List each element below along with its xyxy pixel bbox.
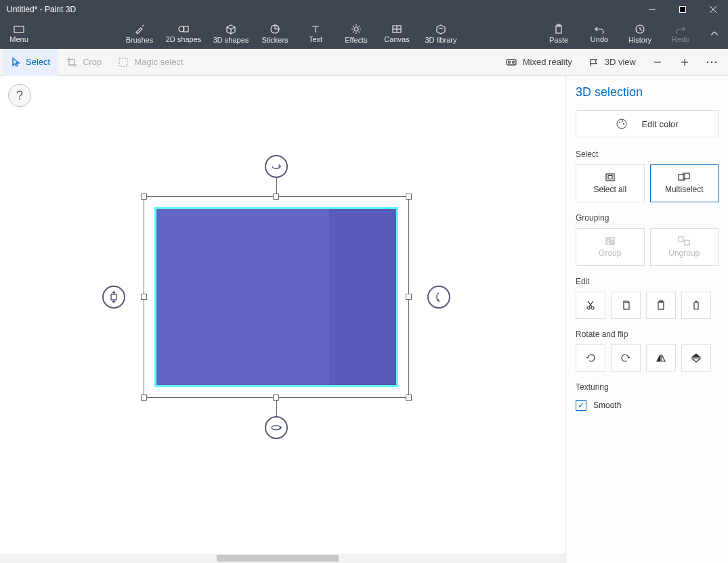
ribbon-label: Text <box>309 35 322 43</box>
main-area: ? 3D <box>0 76 728 563</box>
resize-handle-bl[interactable] <box>141 395 147 401</box>
ribbon-label: Redo <box>672 35 689 43</box>
select-all-button[interactable]: Select all <box>576 164 645 202</box>
zoom-in-button[interactable] <box>671 49 698 76</box>
rotate-stem <box>276 177 277 194</box>
multiselect-icon <box>678 173 690 182</box>
section-grouping: Grouping <box>576 213 719 223</box>
ribbon-2d-shapes[interactable]: 2D shapes <box>160 19 207 48</box>
section-rotate-flip: Rotate and flip <box>576 330 719 339</box>
collapse-ribbon-button[interactable] <box>701 19 728 48</box>
ribbon-redo: Redo <box>660 19 701 48</box>
flip-vertical-button[interactable] <box>681 344 711 371</box>
flip-horizontal-button[interactable] <box>646 344 676 371</box>
delete-button[interactable] <box>681 292 711 319</box>
app-root: Untitled* - Paint 3D Menu Brushes 2D sha… <box>0 0 728 563</box>
rotate-right-button[interactable] <box>611 344 641 371</box>
history-icon <box>635 24 645 35</box>
svg-rect-37 <box>610 240 613 243</box>
svg-rect-31 <box>606 174 614 181</box>
maximize-button[interactable] <box>667 0 698 19</box>
titlebar: Untitled* - Paint 3D <box>0 0 728 19</box>
svg-point-17 <box>508 61 510 63</box>
section-select: Select <box>576 150 719 159</box>
ribbon-label: Effects <box>345 36 367 44</box>
cube-icon <box>226 24 236 35</box>
zoom-out-button[interactable] <box>644 49 671 76</box>
ribbon-stickers[interactable]: Stickers <box>255 19 295 48</box>
svg-rect-12 <box>556 26 561 33</box>
mixed-reality-icon <box>505 58 517 67</box>
ribbon-label: 3D shapes <box>213 36 249 44</box>
paste-icon <box>554 24 563 35</box>
ribbon-label: Brushes <box>126 36 153 44</box>
rotate-z-handle[interactable] <box>265 155 288 178</box>
ribbon-brushes[interactable]: Brushes <box>119 19 160 48</box>
multiselect-button[interactable]: Multiselect <box>650 164 719 202</box>
canvas[interactable]: ? <box>0 76 565 563</box>
select-tool[interactable]: Select <box>3 49 58 76</box>
ribbon-label: Stickers <box>261 36 288 44</box>
magic-select-tool[interactable]: Magic select <box>110 49 191 76</box>
selection-box[interactable] <box>144 196 409 398</box>
smooth-checkbox[interactable]: ✓ Smooth <box>576 397 719 413</box>
resize-handle-bm[interactable] <box>273 395 279 401</box>
palette-icon <box>616 118 628 130</box>
close-button[interactable] <box>698 0 728 19</box>
ribbon-history[interactable]: History <box>620 19 660 48</box>
rotate-y-handle[interactable] <box>427 286 450 309</box>
ribbon-effects[interactable]: Effects <box>336 19 377 48</box>
scrollbar-thumb[interactable] <box>217 555 339 562</box>
ribbon-text[interactable]: Text <box>295 19 336 48</box>
flip-h-icon <box>656 353 666 363</box>
horizontal-scrollbar[interactable] <box>0 554 565 563</box>
rotate-left-button[interactable] <box>576 344 605 371</box>
panel-title: 3D selection <box>576 85 719 99</box>
crop-icon <box>66 57 77 68</box>
resize-handle-tl[interactable] <box>141 194 147 200</box>
ribbon: Menu Brushes 2D shapes 3D shapes Sticker… <box>0 19 728 49</box>
select-all-icon <box>605 173 616 182</box>
resize-handle-mr[interactable] <box>406 294 412 300</box>
rotate-right-icon <box>620 353 631 363</box>
minimize-button[interactable] <box>637 0 667 19</box>
svg-rect-15 <box>119 58 127 66</box>
cut-button[interactable] <box>576 292 605 319</box>
ribbon-label: Undo <box>591 35 608 43</box>
svg-rect-26 <box>111 294 116 300</box>
magic-select-icon <box>118 57 129 68</box>
svg-rect-1 <box>679 7 685 13</box>
ungroup-button: Ungroup <box>650 228 719 266</box>
copy-button[interactable] <box>611 292 641 319</box>
ribbon-3d-shapes[interactable]: 3D shapes <box>207 19 255 48</box>
toolbar-label: Mixed reality <box>523 57 572 67</box>
svg-rect-39 <box>685 240 689 245</box>
ribbon-label: History <box>628 36 651 44</box>
resize-handle-ml[interactable] <box>141 294 147 300</box>
selected-3d-object[interactable] <box>156 209 396 385</box>
scissors-icon <box>586 300 595 311</box>
edit-color-button[interactable]: Edit color <box>576 110 719 137</box>
help-button[interactable]: ? <box>8 84 31 107</box>
resize-handle-br[interactable] <box>406 395 412 401</box>
section-texturing: Texturing <box>576 382 719 392</box>
paste-button[interactable] <box>646 292 676 319</box>
trash-icon <box>691 300 701 311</box>
rotate-x-handle[interactable] <box>265 416 288 439</box>
crop-tool[interactable]: Crop <box>58 49 110 76</box>
svg-point-28 <box>619 122 620 123</box>
svg-point-40 <box>587 307 590 309</box>
mixed-reality-button[interactable]: Mixed reality <box>497 49 580 76</box>
side-panel: 3D selection Edit color Select Select al… <box>565 76 728 563</box>
resize-handle-tr[interactable] <box>406 194 412 200</box>
svg-point-29 <box>622 120 623 122</box>
depth-handle[interactable] <box>102 286 125 309</box>
resize-handle-tm[interactable] <box>273 194 279 200</box>
menu-button[interactable]: Menu <box>0 19 38 48</box>
ribbon-undo[interactable]: Undo <box>579 19 620 48</box>
ribbon-paste[interactable]: Paste <box>538 19 579 48</box>
ribbon-3d-library[interactable]: 3D library <box>417 19 465 48</box>
ribbon-canvas[interactable]: Canvas <box>377 19 417 48</box>
more-button[interactable] <box>698 49 725 76</box>
3d-view-button[interactable]: 3D view <box>580 49 644 76</box>
